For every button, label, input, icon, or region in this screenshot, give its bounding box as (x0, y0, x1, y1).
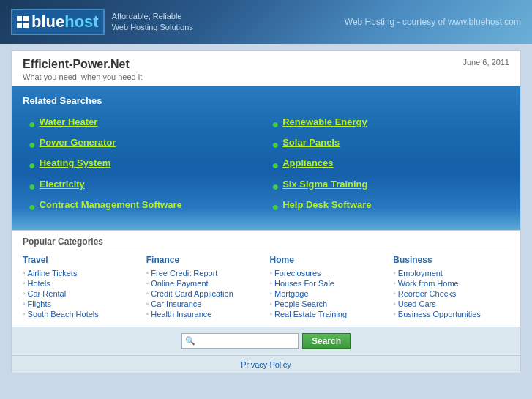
links-col-right: ● Renewable Energy ● Solar Panels ● Appl… (266, 113, 510, 217)
finance-title: Finance (146, 255, 263, 265)
employment-link[interactable]: Employment (398, 269, 443, 277)
page-header: bluehost Affordable, Reliable Web Hostin… (0, 0, 532, 44)
cat-link: ◦Employment (393, 268, 509, 278)
appliances-link[interactable]: Appliances (282, 157, 333, 168)
cat-link: ◦Car Rental (23, 288, 139, 299)
business-opp-link[interactable]: Business Opportunities (398, 310, 481, 318)
grid-cell (23, 16, 29, 21)
cat-link: ◦Credit Card Application (146, 288, 263, 299)
car-rental-link[interactable]: Car Rental (28, 289, 67, 298)
online-payment-link[interactable]: Online Payment (151, 279, 208, 288)
cat-dot-icon: ◦ (270, 269, 273, 277)
cat-dot-icon: ◦ (23, 289, 26, 297)
cat-dot-icon: ◦ (270, 299, 273, 307)
renewable-energy-link[interactable]: Renewable Energy (282, 116, 367, 127)
free-credit-link[interactable]: Free Credit Report (151, 269, 217, 277)
help-desk-link[interactable]: Help Desk Software (282, 199, 371, 210)
solar-panels-link[interactable]: Solar Panels (282, 137, 340, 148)
related-searches-title: Related Searches (23, 95, 509, 106)
water-heater-link[interactable]: Water Heater (40, 116, 98, 127)
finance-column: Finance ◦Free Credit Report ◦Online Paym… (146, 255, 263, 319)
credit-card-link[interactable]: Credit Card Application (151, 289, 233, 298)
travel-title: Travel (23, 255, 139, 265)
search-button[interactable]: Search (302, 333, 351, 349)
cat-dot-icon: ◦ (270, 310, 273, 318)
related-searches-section: Related Searches ● Water Heater ● Power … (12, 86, 520, 230)
cat-dot-icon: ◦ (23, 279, 26, 287)
cat-link: ◦Mortgage (270, 288, 386, 299)
car-insurance-link[interactable]: Car Insurance (151, 299, 201, 308)
link-item: ● Electricity (23, 176, 266, 196)
green-dot-icon: ● (272, 179, 280, 193)
green-dot-icon: ● (29, 200, 36, 214)
cat-dot-icon: ◦ (393, 310, 396, 318)
people-search-link[interactable]: People Search (274, 299, 327, 308)
cat-dot-icon: ◦ (393, 279, 396, 287)
contract-management-link[interactable]: Contract Management Software (40, 199, 182, 210)
cat-dot-icon: ◦ (23, 269, 26, 277)
link-item: ● Six Sigma Training (266, 176, 510, 196)
home-title: Home (270, 255, 386, 265)
electricity-link[interactable]: Electricity (40, 179, 85, 190)
green-dot-icon: ● (29, 117, 36, 131)
logo-box: bluehost (11, 9, 105, 35)
foreclosures-link[interactable]: Foreclosures (274, 269, 321, 277)
business-column: Business ◦Employment ◦Work from Home ◦Re… (393, 255, 509, 319)
cat-link: ◦Real Estate Training (270, 309, 386, 319)
grid-cell (17, 16, 22, 21)
link-item: ● Heating System (23, 154, 266, 175)
cat-link: ◦People Search (270, 299, 386, 309)
logo-area: bluehost Affordable, Reliable Web Hostin… (11, 9, 193, 35)
cat-link: ◦Business Opportunities (393, 309, 509, 319)
cat-link: ◦Airline Tickets (23, 268, 139, 278)
cat-dot-icon: ◦ (23, 310, 26, 318)
south-beach-link[interactable]: South Beach Hotels (28, 310, 99, 318)
search-icon: 🔍 (185, 336, 195, 346)
reorder-checks-link[interactable]: Reorder Checks (398, 289, 456, 298)
real-estate-link[interactable]: Real Estate Training (274, 310, 347, 318)
grid-cell (17, 23, 22, 28)
cat-link: ◦Work from Home (393, 278, 509, 288)
cat-link: ◦Reorder Checks (393, 288, 509, 299)
links-col-left: ● Water Heater ● Power Generator ● Heati… (23, 113, 266, 217)
site-subtitle: What you need, when you need it (23, 72, 142, 81)
health-insurance-link[interactable]: Health Insurance (151, 310, 211, 318)
page-footer: Privacy Policy (12, 355, 520, 373)
heating-system-link[interactable]: Heating System (40, 157, 111, 168)
green-dot-icon: ● (272, 200, 280, 214)
business-title: Business (393, 255, 509, 265)
hotels-link[interactable]: Hotels (28, 279, 50, 288)
cat-link: ◦Houses For Sale (270, 278, 386, 288)
link-item: ● Appliances (266, 154, 510, 175)
header-hosting-text: Web Hosting - courtesy of www.bluehost.c… (345, 17, 521, 27)
cat-dot-icon: ◦ (393, 269, 396, 277)
site-header: Efficient-Power.Net What you need, when … (12, 51, 520, 86)
search-input[interactable] (181, 333, 299, 349)
green-dot-icon: ● (29, 138, 36, 152)
green-dot-icon: ● (272, 117, 280, 131)
power-generator-link[interactable]: Power Generator (40, 137, 116, 148)
main-content: Efficient-Power.Net What you need, when … (11, 50, 521, 373)
cat-dot-icon: ◦ (270, 279, 273, 287)
airline-tickets-link[interactable]: Airline Tickets (28, 269, 78, 277)
search-area: 🔍 Search (12, 327, 520, 355)
link-item: ● Renewable Energy (266, 113, 510, 134)
home-column: Home ◦Foreclosures ◦Houses For Sale ◦Mor… (270, 255, 386, 319)
houses-link[interactable]: Houses For Sale (274, 279, 334, 288)
cat-dot-icon: ◦ (146, 310, 149, 318)
cat-dot-icon: ◦ (393, 289, 396, 297)
cat-dot-icon: ◦ (146, 299, 149, 307)
green-dot-icon: ● (29, 179, 36, 193)
mortgage-link[interactable]: Mortgage (274, 289, 308, 298)
logo-grid-icon (17, 16, 29, 28)
privacy-policy-link[interactable]: Privacy Policy (241, 360, 291, 369)
grid-cell (23, 23, 29, 28)
search-links-grid: ● Water Heater ● Power Generator ● Heati… (23, 113, 509, 217)
work-from-home-link[interactable]: Work from Home (398, 279, 459, 288)
six-sigma-link[interactable]: Six Sigma Training (282, 179, 367, 190)
flights-link[interactable]: Flights (28, 299, 51, 308)
used-cars-link[interactable]: Used Cars (398, 299, 436, 308)
site-title: Efficient-Power.Net (23, 58, 142, 71)
logo-text: bluehost (31, 12, 99, 31)
link-item: ● Water Heater (23, 113, 266, 134)
